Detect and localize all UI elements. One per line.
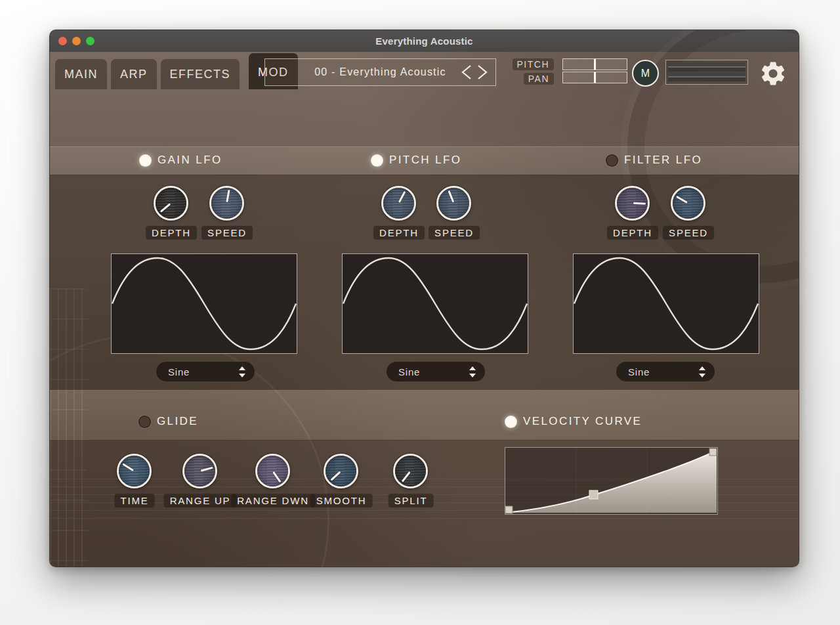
sine-wave-graphic xyxy=(574,254,759,353)
preset-prev-next-buttons[interactable] xyxy=(459,63,490,81)
velocity-curve-toggle[interactable] xyxy=(505,416,517,428)
glide-range-dwn-label: RANGE DWN xyxy=(231,494,315,507)
chevron-left-icon[interactable] xyxy=(463,66,471,79)
plugin-content: MAIN ARP EFFECTS MOD 00 - Everything Aco… xyxy=(50,52,799,567)
knob-pointer xyxy=(160,203,171,213)
wave-select-value: Sine xyxy=(398,366,420,377)
pitch-label: PITCH xyxy=(513,58,555,70)
pitch-lfo-depth-knob[interactable] xyxy=(381,186,416,221)
velocity-curve-graphic xyxy=(505,448,717,514)
knob-pointer xyxy=(402,471,411,483)
glide-time-knob[interactable] xyxy=(117,454,152,488)
knob-face xyxy=(326,456,356,486)
knob-face xyxy=(184,456,215,486)
gain-lfo-speed-knob[interactable] xyxy=(209,186,244,221)
knob-face xyxy=(395,456,426,486)
knob-face xyxy=(119,456,150,486)
gain-lfo-waveform-display xyxy=(111,253,297,354)
tab-bar: MAIN ARP EFFECTS MOD xyxy=(55,52,298,89)
knob-face xyxy=(257,456,288,486)
preset-selector[interactable]: 00 - Everything Acoustic xyxy=(264,58,496,86)
glide-smooth-knob[interactable] xyxy=(324,454,358,488)
level-meter xyxy=(665,60,748,85)
pitch-lfo-speed-label: SPEED xyxy=(429,226,480,240)
knob-pointer xyxy=(398,191,406,203)
pitch-slider[interactable] xyxy=(562,58,627,70)
filter-lfo-waveform-display xyxy=(573,253,759,354)
up-down-arrows-icon xyxy=(469,366,476,377)
knob-pointer xyxy=(448,190,454,203)
glide-title: GLIDE xyxy=(157,415,198,428)
knob-face xyxy=(156,188,186,219)
gain-lfo-toggle[interactable] xyxy=(139,154,152,167)
titlebar: Everything Acoustic xyxy=(50,30,799,53)
knob-pointer xyxy=(633,202,646,205)
filter-lfo-toggle[interactable] xyxy=(606,154,618,167)
sine-wave-graphic xyxy=(343,254,528,353)
velocity-curve-title: VELOCITY CURVE xyxy=(523,415,642,428)
glide-toggle[interactable] xyxy=(138,416,151,428)
glide-split-label: SPLIT xyxy=(388,494,434,507)
meter-bar-right xyxy=(668,72,746,81)
gain-lfo-depth-knob[interactable] xyxy=(154,186,188,221)
pitch-slider-thumb[interactable] xyxy=(594,59,596,70)
chevron-right-icon[interactable] xyxy=(478,66,486,79)
settings-button[interactable] xyxy=(758,58,788,89)
knob-pointer xyxy=(122,463,134,471)
knob-pointer xyxy=(676,196,688,204)
gain-lfo-wave-select[interactable]: Sine xyxy=(156,362,255,381)
knob-face xyxy=(438,188,469,219)
glide-range-up-label: RANGE UP xyxy=(164,494,237,507)
pan-label: PAN xyxy=(524,73,554,85)
meter-bar-left xyxy=(668,62,746,72)
mute-button[interactable]: M xyxy=(632,60,659,87)
knob-pointer xyxy=(330,471,341,481)
knob-pointer xyxy=(272,471,281,483)
knob-pointer xyxy=(201,467,213,472)
glide-range-dwn-knob[interactable] xyxy=(255,454,290,488)
gain-lfo-header: GAIN LFO xyxy=(139,154,222,167)
knob-pointer xyxy=(226,190,230,202)
glide-smooth-label: SMOOTH xyxy=(310,494,373,507)
glide-header: GLIDE xyxy=(138,415,198,428)
gear-icon xyxy=(759,59,788,88)
filter-lfo-title: FILTER LFO xyxy=(624,154,702,167)
gain-lfo-title: GAIN LFO xyxy=(158,154,222,167)
wave-select-value: Sine xyxy=(628,366,650,377)
filter-lfo-speed-knob[interactable] xyxy=(671,186,705,221)
pitch-lfo-title: PITCH LFO xyxy=(389,154,461,167)
pitch-lfo-toggle[interactable] xyxy=(371,154,383,167)
pitch-lfo-depth-label: DEPTH xyxy=(373,226,425,240)
window-title: Everything Acoustic xyxy=(50,30,799,52)
tab-arp[interactable]: ARP xyxy=(111,59,157,89)
pan-slider-thumb[interactable] xyxy=(594,72,596,83)
filter-lfo-header: FILTER LFO xyxy=(606,154,702,167)
up-down-arrows-icon xyxy=(238,366,246,377)
tab-main[interactable]: MAIN xyxy=(55,59,107,89)
velocity-handle-low[interactable] xyxy=(505,506,513,513)
pitch-lfo-header: PITCH LFO xyxy=(371,154,461,167)
velocity-handle-high[interactable] xyxy=(709,448,717,456)
velocity-handle-mid[interactable] xyxy=(589,490,598,499)
pitch-lfo-wave-select[interactable]: Sine xyxy=(387,362,485,381)
glide-range-up-knob[interactable] xyxy=(182,454,217,488)
pan-slider[interactable] xyxy=(562,72,627,83)
tab-effects[interactable]: EFFECTS xyxy=(161,59,240,89)
knob-face xyxy=(211,188,242,219)
knob-face xyxy=(673,188,704,219)
gain-lfo-depth-label: DEPTH xyxy=(146,226,197,240)
wave-select-value: Sine xyxy=(168,366,190,377)
knob-face xyxy=(617,188,648,219)
filter-lfo-depth-knob[interactable] xyxy=(615,186,650,221)
plugin-window: Everything Acoustic MAIN ARP EFFECTS MOD xyxy=(49,30,799,567)
pitch-lfo-speed-knob[interactable] xyxy=(436,186,471,221)
velocity-curve-display xyxy=(505,447,718,515)
filter-lfo-speed-label: SPEED xyxy=(663,226,714,240)
filter-lfo-wave-select[interactable]: Sine xyxy=(616,362,715,381)
glide-time-label: TIME xyxy=(114,494,154,507)
pitch-lfo-waveform-display xyxy=(342,253,528,354)
desktop: Everything Acoustic MAIN ARP EFFECTS MOD xyxy=(0,0,840,625)
up-down-arrows-icon xyxy=(698,366,706,377)
glide-split-knob[interactable] xyxy=(393,454,428,488)
preset-name: 00 - Everything Acoustic xyxy=(314,66,446,78)
